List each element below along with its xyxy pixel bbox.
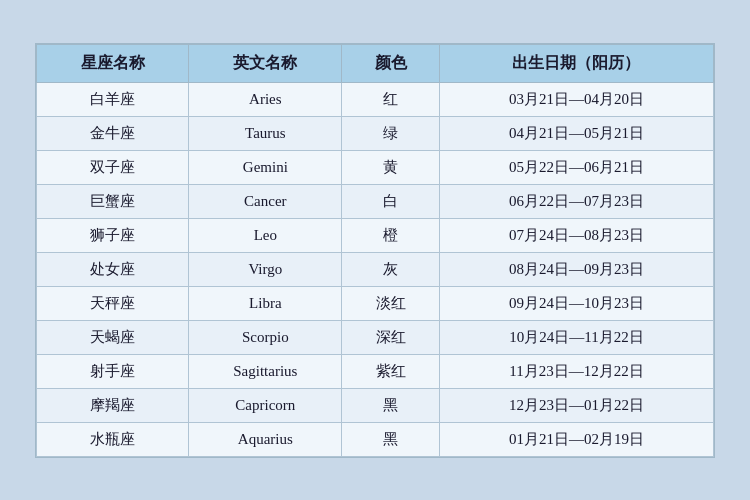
cell-chinese: 金牛座: [37, 116, 189, 150]
cell-chinese: 巨蟹座: [37, 184, 189, 218]
cell-english: Leo: [189, 218, 342, 252]
cell-chinese: 天秤座: [37, 286, 189, 320]
cell-english: Cancer: [189, 184, 342, 218]
cell-chinese: 双子座: [37, 150, 189, 184]
cell-dates: 03月21日—04月20日: [439, 82, 713, 116]
cell-color: 紫红: [342, 354, 440, 388]
table-row: 金牛座Taurus绿04月21日—05月21日: [37, 116, 714, 150]
cell-dates: 07月24日—08月23日: [439, 218, 713, 252]
cell-chinese: 射手座: [37, 354, 189, 388]
cell-color: 灰: [342, 252, 440, 286]
cell-english: Gemini: [189, 150, 342, 184]
table-row: 白羊座Aries红03月21日—04月20日: [37, 82, 714, 116]
cell-dates: 01月21日—02月19日: [439, 422, 713, 456]
cell-color: 深红: [342, 320, 440, 354]
cell-english: Capricorn: [189, 388, 342, 422]
zodiac-table-container: 星座名称 英文名称 颜色 出生日期（阳历） 白羊座Aries红03月21日—04…: [35, 43, 715, 458]
cell-english: Scorpio: [189, 320, 342, 354]
table-row: 天蝎座Scorpio深红10月24日—11月22日: [37, 320, 714, 354]
cell-english: Sagittarius: [189, 354, 342, 388]
cell-color: 黑: [342, 422, 440, 456]
table-body: 白羊座Aries红03月21日—04月20日金牛座Taurus绿04月21日—0…: [37, 82, 714, 456]
cell-dates: 08月24日—09月23日: [439, 252, 713, 286]
col-header-dates: 出生日期（阳历）: [439, 44, 713, 82]
cell-english: Aquarius: [189, 422, 342, 456]
table-row: 天秤座Libra淡红09月24日—10月23日: [37, 286, 714, 320]
cell-color: 淡红: [342, 286, 440, 320]
cell-chinese: 处女座: [37, 252, 189, 286]
cell-dates: 11月23日—12月22日: [439, 354, 713, 388]
cell-english: Taurus: [189, 116, 342, 150]
cell-color: 黑: [342, 388, 440, 422]
table-header-row: 星座名称 英文名称 颜色 出生日期（阳历）: [37, 44, 714, 82]
cell-color: 橙: [342, 218, 440, 252]
col-header-chinese: 星座名称: [37, 44, 189, 82]
cell-color: 绿: [342, 116, 440, 150]
cell-dates: 06月22日—07月23日: [439, 184, 713, 218]
zodiac-table: 星座名称 英文名称 颜色 出生日期（阳历） 白羊座Aries红03月21日—04…: [36, 44, 714, 457]
cell-chinese: 天蝎座: [37, 320, 189, 354]
cell-chinese: 白羊座: [37, 82, 189, 116]
table-row: 双子座Gemini黄05月22日—06月21日: [37, 150, 714, 184]
col-header-english: 英文名称: [189, 44, 342, 82]
cell-chinese: 水瓶座: [37, 422, 189, 456]
cell-color: 白: [342, 184, 440, 218]
cell-dates: 05月22日—06月21日: [439, 150, 713, 184]
table-row: 狮子座Leo橙07月24日—08月23日: [37, 218, 714, 252]
cell-english: Libra: [189, 286, 342, 320]
cell-dates: 09月24日—10月23日: [439, 286, 713, 320]
cell-color: 黄: [342, 150, 440, 184]
table-row: 水瓶座Aquarius黑01月21日—02月19日: [37, 422, 714, 456]
cell-dates: 12月23日—01月22日: [439, 388, 713, 422]
table-row: 巨蟹座Cancer白06月22日—07月23日: [37, 184, 714, 218]
cell-dates: 10月24日—11月22日: [439, 320, 713, 354]
cell-color: 红: [342, 82, 440, 116]
table-row: 处女座Virgo灰08月24日—09月23日: [37, 252, 714, 286]
col-header-color: 颜色: [342, 44, 440, 82]
cell-dates: 04月21日—05月21日: [439, 116, 713, 150]
cell-english: Aries: [189, 82, 342, 116]
cell-chinese: 摩羯座: [37, 388, 189, 422]
cell-english: Virgo: [189, 252, 342, 286]
table-row: 射手座Sagittarius紫红11月23日—12月22日: [37, 354, 714, 388]
cell-chinese: 狮子座: [37, 218, 189, 252]
table-row: 摩羯座Capricorn黑12月23日—01月22日: [37, 388, 714, 422]
